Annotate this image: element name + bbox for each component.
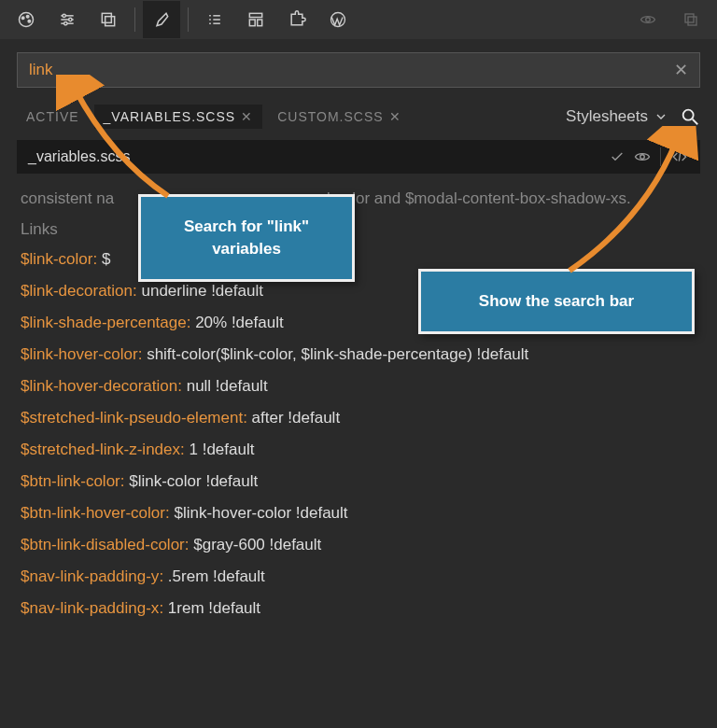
svg-rect-23	[685, 14, 694, 22]
copy-icon[interactable]	[672, 1, 710, 38]
dropdown-label: Stylesheets	[566, 107, 648, 126]
divider	[660, 147, 661, 166]
variable-line[interactable]: $stretched-link-pseudo-element: after !d…	[21, 409, 696, 427]
variable-line[interactable]: $btn-link-disabled-color: $gray-600 !def…	[21, 536, 696, 554]
variable-line[interactable]: $btn-link-color: $link-color !default	[21, 472, 696, 491]
file-name: _variables.scss	[28, 148, 610, 165]
close-icon[interactable]: ✕	[389, 109, 401, 124]
svg-point-9	[64, 22, 67, 25]
var-name: $link-decoration	[21, 282, 133, 300]
toolbar-divider	[188, 7, 189, 32]
content-area: consistent naxxxxxxxxxxxxxxxxxxxxxxxxxed…	[0, 174, 717, 644]
tab-custom[interactable]: CUSTOM.SCSS ✕	[268, 105, 410, 129]
var-name: $nav-link-padding-y	[21, 567, 159, 585]
var-value: after !default	[252, 409, 341, 427]
svg-point-0	[20, 13, 34, 27]
variable-line[interactable]: $link-color: $	[21, 250, 696, 269]
variable-line[interactable]: $nav-link-padding-x: 1rem !default	[21, 599, 696, 618]
palette-icon[interactable]	[7, 1, 45, 38]
svg-point-8	[69, 18, 72, 21]
callout-show-search: Show the search bar	[418, 269, 695, 334]
toolbar-divider	[134, 7, 135, 32]
svg-point-3	[28, 20, 31, 22]
tab-label: CUSTOM.SCSS	[277, 109, 383, 124]
svg-point-25	[683, 110, 694, 120]
search-box[interactable]: ✕	[17, 52, 700, 88]
var-value: 1 !default	[189, 441, 254, 458]
svg-point-2	[26, 15, 29, 18]
var-name: $link-color	[21, 250, 92, 268]
check-icon[interactable]	[610, 149, 625, 164]
stylesheets-dropdown[interactable]: Stylesheets	[566, 107, 668, 126]
var-value: $	[102, 250, 110, 268]
puzzle-icon[interactable]	[278, 1, 316, 38]
eye-icon[interactable]	[634, 148, 651, 165]
var-name: $btn-link-color	[21, 472, 120, 490]
search-toggle-icon[interactable]	[680, 106, 700, 127]
close-icon[interactable]: ✕	[674, 60, 688, 80]
svg-rect-24	[688, 17, 696, 25]
tabs-row: ACTIVE _VARIABLES.SCSS ✕ CUSTOM.SCSS ✕ S…	[0, 97, 717, 140]
tab-label: ACTIVE	[26, 109, 79, 124]
var-value: $link-hover-color !default	[174, 504, 347, 522]
tab-variables[interactable]: _VARIABLES.SCSS ✕	[94, 105, 263, 129]
svg-point-27	[640, 155, 645, 160]
var-value: $gray-600 !default	[193, 536, 321, 553]
svg-line-28	[679, 152, 680, 161]
tab-active[interactable]: ACTIVE	[17, 105, 89, 129]
var-value: .5rem !default	[168, 567, 265, 585]
variable-line[interactable]: $link-hover-decoration: null !default	[21, 377, 696, 396]
chevron-down-icon	[654, 109, 668, 124]
wordpress-icon[interactable]	[319, 1, 357, 38]
svg-rect-19	[249, 20, 255, 26]
var-name: $btn-link-disabled-color	[21, 536, 185, 553]
file-header: _variables.scss	[17, 140, 700, 174]
var-name: $stretched-link-z-index	[21, 441, 180, 458]
eye-icon[interactable]	[629, 1, 667, 38]
var-value: $link-color !default	[129, 472, 258, 490]
var-value: 1rem !default	[168, 599, 260, 617]
svg-point-22	[646, 18, 651, 22]
svg-line-26	[693, 119, 698, 125]
svg-point-1	[21, 17, 24, 19]
section-label: Links	[21, 220, 696, 239]
search-row: ✕	[0, 39, 717, 97]
svg-rect-20	[258, 20, 262, 26]
svg-rect-11	[105, 17, 115, 26]
list-icon[interactable]	[196, 1, 233, 38]
code-icon[interactable]	[670, 149, 689, 164]
variable-line[interactable]: $stretched-link-z-index: 1 !default	[21, 441, 696, 459]
var-name: $link-shade-percentage	[21, 314, 187, 331]
layers-icon[interactable]	[90, 1, 127, 38]
var-value: underline !default	[141, 282, 262, 300]
brush-icon[interactable]	[143, 1, 180, 38]
close-icon[interactable]: ✕	[241, 109, 253, 124]
var-name: $stretched-link-pseudo-element	[21, 409, 243, 427]
svg-point-7	[63, 14, 65, 17]
var-value: shift-color($link-color, $link-shade-per…	[147, 345, 528, 363]
sliders-icon[interactable]	[49, 1, 86, 38]
main-toolbar	[0, 0, 717, 39]
variable-line[interactable]: $btn-link-hover-color: $link-hover-color…	[21, 504, 696, 523]
search-input[interactable]	[29, 61, 674, 79]
variable-line[interactable]: $nav-link-padding-y: .5rem !default	[21, 567, 696, 586]
layout-icon[interactable]	[237, 1, 274, 38]
var-value: 20% !default	[195, 314, 284, 331]
description-text: consistent naxxxxxxxxxxxxxxxxxxxxxxxxxed…	[21, 187, 696, 211]
var-value: null !default	[187, 377, 268, 395]
svg-rect-10	[102, 13, 111, 22]
tab-label: _VARIABLES.SCSS	[104, 109, 236, 124]
var-name: $nav-link-padding-x	[21, 599, 159, 617]
var-name: $link-hover-decoration	[21, 377, 177, 395]
svg-rect-18	[249, 13, 261, 17]
var-name: $link-hover-color	[21, 345, 138, 363]
var-name: $btn-link-hover-color	[21, 504, 165, 522]
variable-line[interactable]: $link-hover-color: shift-color($link-col…	[21, 345, 696, 364]
callout-search-variables: Search for "link" variables	[138, 194, 355, 282]
